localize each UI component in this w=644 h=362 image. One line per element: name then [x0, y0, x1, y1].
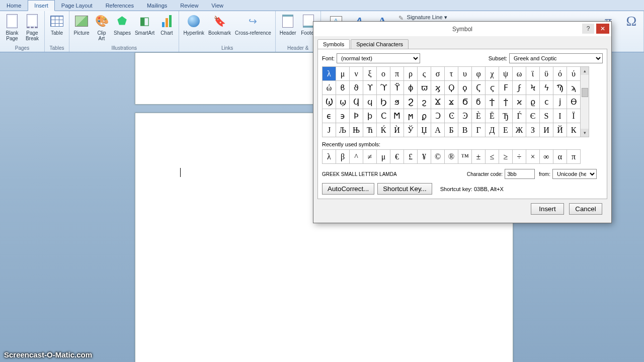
symbol-cell[interactable]: Ϡ [553, 81, 567, 95]
dialog-titlebar[interactable]: Symbol ? ✕ [313, 22, 611, 36]
symbol-cell[interactable]: ϫ [445, 95, 458, 109]
ribbon-picture-button[interactable]: Picture [71, 12, 92, 37]
ribbon-clip-art-button[interactable]: 🎨Clip Art [92, 12, 112, 42]
symbol-cell[interactable]: ο [377, 67, 390, 81]
scroll-thumb[interactable] [582, 88, 588, 97]
recent-symbol-cell[interactable]: ≥ [499, 150, 513, 164]
symbol-cell[interactable]: ϟ [540, 81, 553, 95]
symbol-cell[interactable]: І [553, 109, 567, 123]
symbol-cell[interactable]: Ѝ [390, 123, 404, 137]
symbol-cell[interactable]: ϩ [418, 95, 431, 109]
symbol-cell[interactable]: σ [431, 67, 445, 81]
symbol-cell[interactable]: Ϲ [377, 109, 390, 123]
symbol-cell[interactable]: φ [472, 67, 486, 81]
ribbon-header-button[interactable]: Header [278, 12, 298, 37]
symbol-cell[interactable]: ϸ [363, 109, 377, 123]
symbol-cell[interactable]: ψ [499, 67, 513, 81]
ribbon-smartart-button[interactable]: ◧SmartArt [133, 12, 156, 37]
insert-button[interactable]: Insert [531, 203, 564, 215]
symbol-cell[interactable]: Б [445, 123, 458, 137]
symbol-cell[interactable]: ϰ [513, 95, 526, 109]
symbol-cell[interactable]: Ͻ [431, 109, 445, 123]
recent-symbol-cell[interactable]: ™ [458, 150, 472, 164]
symbol-cell[interactable]: Ї [567, 109, 581, 123]
ribbon-hyperlink-button[interactable]: Hyperlink [181, 12, 206, 37]
symbol-cell[interactable]: В [458, 123, 472, 137]
ribbon-cross-reference-button[interactable]: ↪Cross-reference [233, 12, 273, 37]
symbol-cell[interactable]: ϶ [336, 109, 350, 123]
symbol-cell[interactable]: Є [526, 109, 540, 123]
symbol-cell[interactable]: τ [445, 67, 458, 81]
help-button[interactable]: ? [582, 24, 594, 34]
symbol-cell[interactable]: А [431, 123, 445, 137]
recent-symbol-cell[interactable]: ÷ [513, 150, 526, 164]
symbol-cell[interactable]: Ͼ [445, 109, 458, 123]
ribbon-blank-page-button[interactable]: Blank Page [2, 12, 22, 42]
ribbon-shapes-button[interactable]: ⬟Shapes [112, 12, 133, 37]
symbol-cell[interactable]: Ђ [499, 109, 513, 123]
symbol-cell[interactable]: К [567, 123, 581, 137]
symbol-cell[interactable]: ϲ [540, 95, 553, 109]
recent-symbol-cell[interactable]: α [553, 150, 567, 164]
menu-tab-page-layout[interactable]: Page Layout [55, 0, 99, 11]
symbol-cell[interactable]: ϱ [526, 95, 540, 109]
symbol-cell[interactable]: ϛ [486, 81, 499, 95]
symbol-cell[interactable]: ν [350, 67, 363, 81]
menu-tab-view[interactable]: View [205, 0, 230, 11]
symbol-cell[interactable]: ω [513, 67, 526, 81]
ribbon-bookmark-button[interactable]: 🔖Bookmark [206, 12, 233, 37]
symbol-cell[interactable]: Ϙ [445, 81, 458, 95]
symbol-cell[interactable]: ϯ [499, 95, 513, 109]
symbol-cell[interactable]: ϥ [363, 95, 377, 109]
symbol-cell[interactable]: Ќ [377, 123, 390, 137]
symbol-cell[interactable]: υ [458, 67, 472, 81]
subset-select[interactable]: Greek and Coptic [509, 53, 603, 63]
symbol-cell[interactable]: ϡ [567, 81, 581, 95]
symbol-cell[interactable]: μ [336, 67, 350, 81]
symbol-cell[interactable]: Д [486, 123, 499, 137]
symbol-cell[interactable]: ϕ [404, 81, 418, 95]
symbol-cell[interactable]: ϋ [540, 67, 553, 81]
symbol-cell[interactable]: Е [499, 123, 513, 137]
menu-tab-insert[interactable]: Insert [28, 0, 55, 11]
recent-symbol-cell[interactable]: π [567, 150, 581, 164]
cancel-button[interactable]: Cancel [569, 203, 602, 215]
symbol-cell[interactable]: Ё [486, 109, 499, 123]
symbol-cell[interactable]: π [390, 67, 404, 81]
symbol-cell[interactable]: ϒ [363, 81, 377, 95]
symbol-cell[interactable]: Њ [350, 123, 363, 137]
symbol-cell[interactable]: И [540, 123, 553, 137]
symbol-cell[interactable]: ϝ [513, 81, 526, 95]
ribbon-symbol-button[interactable]: Ω [621, 12, 641, 31]
symbol-cell[interactable]: ϣ [336, 95, 350, 109]
recent-symbol-cell[interactable]: β [336, 150, 350, 164]
symbol-cell[interactable]: Ϯ [486, 95, 499, 109]
symbol-cell[interactable]: Ϛ [472, 81, 486, 95]
symbol-cell[interactable]: ϖ [418, 81, 431, 95]
symbol-cell[interactable]: ϳ [553, 95, 567, 109]
recent-symbol-cell[interactable]: ¥ [418, 150, 431, 164]
recent-symbol-cell[interactable]: ® [445, 150, 458, 164]
symbol-cell[interactable]: З [526, 123, 540, 137]
symbol-cell[interactable]: Љ [336, 123, 350, 137]
symbol-cell[interactable]: ύ [567, 67, 581, 81]
recent-symbol-cell[interactable]: μ [377, 150, 390, 164]
recent-symbol-cell[interactable]: ± [472, 150, 486, 164]
shortcut-key-button[interactable]: Shortcut Key... [377, 183, 432, 195]
recent-symbol-cell[interactable]: € [390, 150, 404, 164]
symbol-cell[interactable]: Ў [404, 123, 418, 137]
symbol-cell[interactable]: ς [418, 67, 431, 81]
recent-symbol-cell[interactable]: × [526, 150, 540, 164]
ribbon-page-break-button[interactable]: Page Break [22, 12, 42, 42]
symbol-cell[interactable]: Ћ [363, 123, 377, 137]
dialog-tab-symbols[interactable]: Symbols [317, 39, 350, 49]
symbol-cell[interactable]: ϻ [404, 109, 418, 123]
symbol-cell[interactable]: ϑ [350, 81, 363, 95]
symbol-cell[interactable]: ϧ [390, 95, 404, 109]
symbol-cell[interactable]: ϵ [323, 109, 336, 123]
ribbon-table-button[interactable]: Table [47, 12, 67, 37]
symbol-cell[interactable]: ϭ [472, 95, 486, 109]
symbol-cell[interactable]: Ϻ [390, 109, 404, 123]
recent-symbol-cell[interactable]: λ [323, 150, 336, 164]
symbol-cell[interactable]: Ϟ [526, 81, 540, 95]
